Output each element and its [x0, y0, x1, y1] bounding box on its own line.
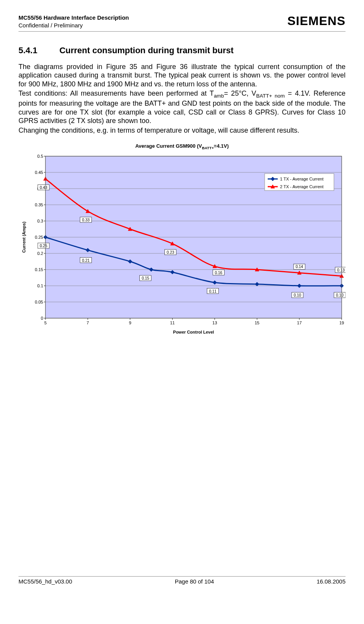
footer-left: MC55/56_hd_v03.00 [18, 578, 72, 585]
page-footer: MC55/56_hd_v03.00 Page 80 of 104 16.08.2… [18, 576, 346, 585]
svg-text:0.15: 0.15 [35, 267, 43, 272]
svg-text:0.2: 0.2 [37, 251, 43, 256]
svg-text:0.05: 0.05 [35, 300, 43, 304]
doc-confidentiality: Confidential / Preliminary [18, 22, 129, 29]
paragraph-1: The diagrams provided in Figure 35 and F… [18, 62, 346, 89]
footer-center: Page 80 of 104 [175, 578, 214, 585]
svg-text:Current (Amps): Current (Amps) [22, 221, 26, 253]
paragraph-2: Test conditions: All measurements have b… [18, 89, 346, 125]
svg-text:0.1: 0.1 [37, 283, 43, 288]
svg-text:1 TX - Average Current: 1 TX - Average Current [280, 177, 324, 181]
svg-text:0: 0 [41, 316, 43, 320]
section-number: 5.4.1 [18, 46, 57, 56]
svg-text:0.15: 0.15 [142, 276, 149, 280]
svg-text:0.35: 0.35 [35, 202, 43, 207]
svg-text:0.33: 0.33 [82, 218, 90, 222]
svg-text:0.43: 0.43 [40, 186, 47, 190]
siemens-logo: SIEMENS [287, 14, 346, 28]
svg-text:5: 5 [44, 320, 47, 325]
svg-text:Power Control Level: Power Control Level [173, 330, 214, 334]
svg-text:0.25: 0.25 [35, 235, 43, 239]
svg-text:19: 19 [339, 320, 344, 325]
svg-text:0.25: 0.25 [40, 244, 47, 248]
section-heading: 5.4.1 Current consumption during transmi… [18, 46, 346, 56]
svg-text:0.14: 0.14 [295, 265, 303, 269]
svg-text:0.13: 0.13 [337, 268, 345, 272]
svg-text:0.10: 0.10 [294, 293, 301, 297]
section-title: Current consumption during transmit burs… [59, 46, 233, 55]
footer-right: 16.08.2005 [317, 578, 346, 585]
chart: 00.050.10.150.20.250.30.350.40.450.55791… [18, 152, 346, 337]
svg-text:2 TX - Average Current: 2 TX - Average Current [280, 184, 324, 189]
chart-title: Average Current GSM900 (VBATT+=4.1V) [18, 143, 346, 150]
svg-text:13: 13 [212, 320, 217, 325]
svg-text:15: 15 [255, 320, 259, 325]
svg-text:0.5: 0.5 [37, 154, 43, 159]
svg-text:9: 9 [129, 320, 131, 325]
doc-title: MC55/56 Hardware Interface Description [18, 14, 129, 22]
svg-text:0.3: 0.3 [37, 219, 43, 223]
svg-text:11: 11 [170, 320, 174, 325]
svg-text:0.23: 0.23 [167, 250, 174, 255]
page-header: MC55/56 Hardware Interface Description C… [18, 14, 346, 32]
svg-text:17: 17 [297, 320, 302, 325]
svg-text:0.10: 0.10 [336, 293, 344, 297]
svg-text:0.45: 0.45 [35, 170, 43, 175]
svg-text:0.11: 0.11 [209, 289, 217, 293]
svg-text:0.16: 0.16 [215, 271, 223, 275]
chart-svg: 00.050.10.150.20.250.30.350.40.450.55791… [18, 152, 346, 337]
paragraph-3: Changing the conditions, e.g. in terms o… [18, 126, 346, 135]
svg-text:7: 7 [87, 320, 89, 325]
svg-text:0.21: 0.21 [82, 258, 90, 263]
